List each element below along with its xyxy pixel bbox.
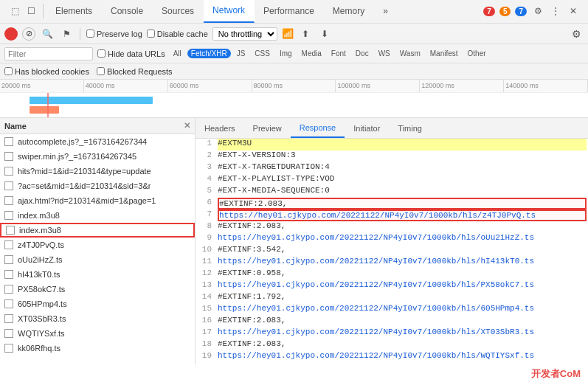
response-url-link[interactable]: https://hey01.cjkypo.com/20221122/NP4yI0…: [218, 304, 534, 313]
response-url-link[interactable]: https://hey01.cjkypo.com/20221122/NP4yI0…: [218, 351, 534, 360]
more-options-icon[interactable]: ⋮: [548, 4, 563, 18]
has-blocked-cookies-input[interactable]: [4, 67, 13, 75]
tab-response[interactable]: Response: [291, 118, 345, 138]
filter-img[interactable]: Img: [276, 49, 296, 58]
file-item[interactable]: PX58okC7.ts: [0, 282, 195, 297]
filter-media[interactable]: Media: [298, 49, 325, 58]
tab-timing[interactable]: Timing: [389, 118, 431, 138]
code-line: 6#EXTINF:2.083,: [196, 198, 588, 209]
has-blocked-cookies-checkbox[interactable]: Has blocked cookies: [4, 67, 89, 76]
filter-manifest[interactable]: Manifest: [426, 49, 462, 58]
file-item[interactable]: XT03SbR3.ts: [0, 311, 195, 326]
timeline-area[interactable]: 20000 ms 40000 ms 60000 ms 80000 ms 1000…: [0, 80, 588, 118]
hide-data-urls-input[interactable]: [97, 49, 106, 58]
tab-memory[interactable]: Memory: [324, 0, 374, 23]
filter-font[interactable]: Font: [328, 49, 350, 58]
filter-doc[interactable]: Doc: [352, 49, 373, 58]
filter-ws[interactable]: WS: [375, 49, 394, 58]
filter-css[interactable]: CSS: [251, 49, 274, 58]
settings-icon[interactable]: ⚙: [530, 4, 545, 18]
line-number: 18: [197, 339, 218, 351]
tab-elements[interactable]: Elements: [46, 0, 102, 23]
hide-data-urls-checkbox[interactable]: Hide data URLs: [97, 49, 165, 58]
file-item[interactable]: swiper.min.js?_=1673164267345: [0, 149, 195, 164]
line-content[interactable]: https://hey01.cjkypo.com/20221122/NP4yI0…: [218, 233, 587, 245]
file-item[interactable]: ajax.html?rid=210314&mid=1&page=1: [0, 193, 195, 208]
main-content: Name ✕ autocomplete.js?_=1673164267344sw…: [0, 118, 588, 364]
file-item-name: hits?mid=1&id=210314&type=update: [18, 167, 151, 176]
file-item[interactable]: z4TJ0PvQ.ts: [0, 238, 195, 252]
line-number: 19: [197, 351, 218, 363]
line-content[interactable]: https://hey01.cjkypo.com/20221122/NP4yI0…: [218, 209, 587, 221]
inspect-icon[interactable]: ⬚: [7, 4, 22, 18]
response-url-link[interactable]: https://hey01.cjkypo.com/20221122/NP4yI0…: [218, 328, 534, 336]
wifi-icon: 📶: [282, 28, 294, 39]
tab-sources[interactable]: Sources: [153, 0, 204, 23]
file-item[interactable]: index.m3u8: [0, 208, 195, 223]
line-number: 2: [197, 150, 218, 162]
line-content: #EXTINF:2.083,: [218, 221, 587, 233]
line-content[interactable]: https://hey01.cjkypo.com/20221122/NP4yI0…: [218, 280, 587, 292]
filter-wasm[interactable]: Wasm: [396, 49, 424, 58]
network-settings-icon[interactable]: ⚙: [569, 27, 584, 41]
network-toolbar: ⊘ 🔍 ⚑ Preserve log Disable cache No thro…: [0, 24, 588, 44]
tab-more[interactable]: »: [374, 0, 398, 23]
device-icon[interactable]: ☐: [24, 4, 38, 18]
tab-console[interactable]: Console: [102, 0, 153, 23]
line-content[interactable]: https://hey01.cjkypo.com/20221122/NP4yI0…: [218, 257, 587, 269]
filter-js[interactable]: JS: [233, 49, 249, 58]
close-file-pane-icon[interactable]: ✕: [184, 121, 190, 131]
line-content[interactable]: https://hey01.cjkypo.com/20221122/NP4yI0…: [218, 304, 587, 316]
line-number: 8: [197, 221, 218, 233]
filter-all[interactable]: All: [170, 49, 185, 58]
tab-preview[interactable]: Preview: [244, 118, 291, 138]
blocked-requests-checkbox[interactable]: Blocked Requests: [97, 67, 173, 76]
file-item[interactable]: 605HPmp4.ts: [0, 297, 195, 311]
code-line: 5#EXT-X-MEDIA-SEQUENCE:0: [196, 186, 588, 198]
response-url-link[interactable]: https://hey01.cjkypo.com/20221122/NP4yI0…: [218, 280, 534, 289]
file-item[interactable]: oUu2iHzZ.ts: [0, 252, 195, 267]
file-item[interactable]: WQTIYSxf.ts: [0, 326, 195, 341]
line-content[interactable]: https://hey01.cjkypo.com/20221122/NP4yI0…: [218, 351, 587, 363]
clear-button[interactable]: ⊘: [22, 27, 35, 41]
file-checkbox: [4, 211, 13, 220]
tab-performance[interactable]: Performance: [255, 0, 324, 23]
response-url-link[interactable]: https://hey01.cjkypo.com/20221122/NP4yI0…: [219, 211, 536, 220]
line-content: #EXTM3U: [218, 139, 587, 150]
download-icon[interactable]: ⬇: [317, 27, 332, 41]
filter-fetch-xhr[interactable]: Fetch/XHR: [187, 49, 231, 58]
preserve-log-checkbox[interactable]: Preserve log: [86, 30, 142, 38]
response-url-link[interactable]: https://hey01.cjkypo.com/20221122/NP4yI0…: [218, 257, 534, 266]
blocked-requests-input[interactable]: [97, 67, 105, 75]
tab-network[interactable]: Network: [204, 0, 255, 23]
file-item[interactable]: hI413kT0.ts: [0, 267, 195, 282]
tab-initiator[interactable]: Initiator: [345, 118, 389, 138]
filter-icon[interactable]: ⚑: [59, 27, 74, 41]
filter-other[interactable]: Other: [464, 49, 490, 58]
file-item[interactable]: ?ac=set&mid=1&id=210314&sid=3&r: [0, 179, 195, 193]
code-line: 4#EXT-X-PLAYLIST-TYPE:VOD: [196, 174, 588, 186]
upload-icon[interactable]: ⬆: [298, 27, 313, 41]
tab-headers[interactable]: Headers: [196, 118, 244, 138]
line-content[interactable]: https://hey01.cjkypo.com/20221122/NP4yI0…: [218, 328, 587, 339]
preserve-log-input[interactable]: [86, 30, 94, 38]
disable-cache-checkbox[interactable]: Disable cache: [147, 30, 208, 38]
response-content[interactable]: 1#EXTM3U2#EXT-X-VERSION:33#EXT-X-TARGETD…: [196, 139, 588, 364]
line-number: 14: [197, 292, 218, 304]
disable-cache-input[interactable]: [147, 30, 155, 38]
file-item[interactable]: kk06Rfhq.ts: [0, 341, 195, 356]
file-item[interactable]: hits?mid=1&id=210314&type=update: [0, 164, 195, 179]
file-item[interactable]: autocomplete.js?_=1673164267344: [0, 134, 195, 149]
file-item[interactable]: index.m3u8: [0, 223, 195, 238]
file-checkbox: [4, 344, 13, 353]
response-url-link[interactable]: https://hey01.cjkypo.com/20221122/NP4yI0…: [218, 233, 534, 242]
file-item-name: autocomplete.js?_=1673164267344: [18, 137, 147, 146]
close-devtools-icon[interactable]: ✕: [566, 4, 581, 18]
code-line: 1#EXTM3U: [196, 139, 588, 150]
throttle-select[interactable]: No throttling: [212, 27, 277, 41]
search-input[interactable]: [4, 47, 93, 60]
search-icon[interactable]: 🔍: [40, 27, 55, 41]
line-content: #EXTINF:2.083,: [218, 339, 587, 351]
file-item-name: WQTIYSxf.ts: [18, 329, 65, 338]
record-button[interactable]: [4, 27, 18, 41]
